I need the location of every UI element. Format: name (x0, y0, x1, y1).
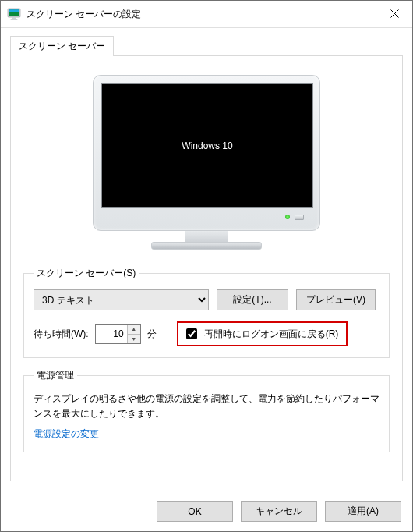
resume-logon-highlight: 再開時にログオン画面に戻る(R) (177, 321, 348, 346)
spin-up-button[interactable]: ▲ (128, 325, 140, 335)
spin-buttons: ▲ ▼ (127, 325, 140, 343)
close-button[interactable] (376, 1, 412, 27)
monitor-button-icon (295, 215, 304, 220)
cancel-button[interactable]: キャンセル (241, 501, 317, 522)
monitor-preview: Windows 10 (23, 69, 390, 267)
power-management-group: 電源管理 ディスプレイの明るさや他の電源の設定を調整して、電力を節約したりパフォ… (23, 369, 390, 452)
monitor-base (151, 242, 262, 250)
apply-button[interactable]: 適用(A) (325, 501, 401, 522)
dialog-window: スクリーン セーバーの設定 スクリーン セーバー Windows 10 (0, 0, 413, 532)
monitor: Windows 10 (93, 75, 320, 250)
wait-row: 待ち時間(W): ▲ ▼ 分 再開時にログオン画面に戻る(R) (34, 321, 379, 346)
settings-button[interactable]: 設定(T)... (217, 289, 288, 310)
close-icon (390, 9, 399, 18)
change-power-settings-link[interactable]: 電源設定の変更 (34, 428, 99, 439)
monitor-bezel: Windows 10 (93, 75, 320, 231)
screensaver-row: 3D テキスト 設定(T)... プレビュー(V) (34, 289, 379, 310)
wait-spinner: ▲ ▼ (95, 324, 141, 344)
screensaver-select[interactable]: 3D テキスト (34, 289, 209, 310)
tab-panel: Windows 10 スクリーン セーバー(S) 3D テキスト (10, 55, 403, 481)
svg-rect-3 (12, 17, 16, 19)
preview-button[interactable]: プレビュー(V) (296, 289, 376, 310)
screensaver-preview-text: Windows 10 (182, 140, 232, 151)
dialog-footer: OK キャンセル 適用(A) (1, 491, 412, 531)
app-icon (7, 7, 21, 21)
spin-down-button[interactable]: ▼ (128, 335, 140, 344)
wait-label: 待ち時間(W): (34, 328, 89, 341)
screensaver-group: スクリーン セーバー(S) 3D テキスト 設定(T)... プレビュー(V) … (23, 267, 390, 358)
window-title: スクリーン セーバーの設定 (26, 8, 141, 21)
resume-logon-checkbox[interactable] (186, 328, 197, 339)
tab-screensaver[interactable]: スクリーン セーバー (10, 36, 114, 56)
power-led-icon (285, 215, 290, 219)
titlebar: スクリーン セーバーの設定 (1, 1, 412, 28)
monitor-stand (185, 231, 228, 242)
wait-input[interactable] (96, 325, 127, 343)
power-management-legend: 電源管理 (34, 369, 77, 382)
client-area: スクリーン セーバー Windows 10 (1, 28, 412, 491)
power-management-text: ディスプレイの明るさや他の電源の設定を調整して、電力を節約したりパフォーマンスを… (34, 392, 379, 421)
tabstrip: スクリーン セーバー (10, 36, 403, 56)
svg-rect-2 (9, 9, 19, 12)
wait-unit: 分 (147, 328, 157, 341)
monitor-screen: Windows 10 (101, 83, 313, 208)
resume-logon-label: 再開時にログオン画面に戻る(R) (204, 328, 339, 341)
monitor-bezel-bottom (101, 208, 312, 225)
svg-rect-4 (11, 19, 18, 20)
screensaver-group-legend: スクリーン セーバー(S) (34, 267, 139, 280)
ok-button[interactable]: OK (157, 501, 233, 522)
